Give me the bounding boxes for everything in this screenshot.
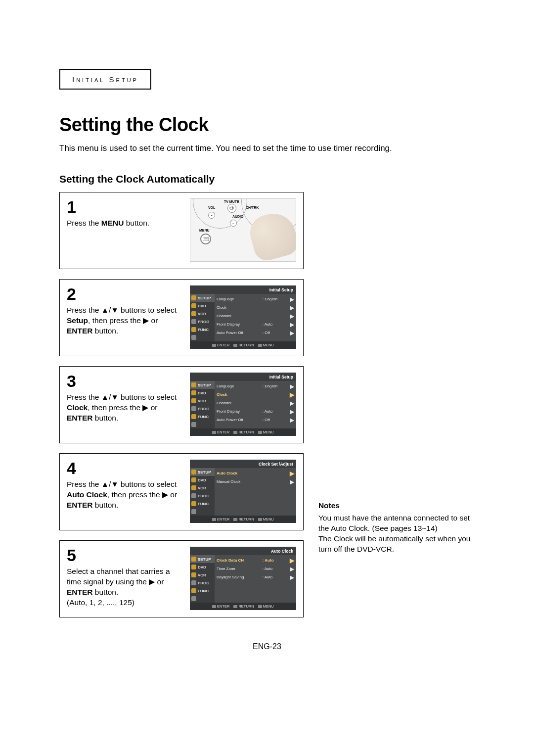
step4-text-c: button. bbox=[93, 501, 119, 509]
func-icon bbox=[191, 327, 196, 332]
subtitle: Setting the Clock Automatically bbox=[59, 173, 475, 185]
audio-minus-button: – bbox=[230, 220, 237, 227]
step-number-1: 1 bbox=[67, 198, 185, 215]
osd2-items: Language: English▶ Clock▶ Channel▶ Front… bbox=[215, 294, 296, 341]
step5-bold-a: ENTER bbox=[67, 588, 93, 596]
step1-text-a: Press the bbox=[67, 219, 101, 227]
step-2: 2 Press the ▲/▼ buttons to select Setup,… bbox=[59, 279, 304, 356]
step3-text-c: button. bbox=[93, 414, 119, 422]
hand-illustration bbox=[241, 209, 296, 258]
step-number-4: 4 bbox=[67, 460, 185, 476]
tape-icon bbox=[191, 311, 196, 316]
step3-text-b: , then press the ▶ or bbox=[88, 403, 157, 412]
osd3-items: Language: English▶ Clock▶ Channel▶ Front… bbox=[215, 381, 296, 428]
menu-button bbox=[200, 234, 211, 244]
menu-icon bbox=[203, 237, 209, 241]
osd-screen-3: Initial Setup SETUP DVD VCR PROG FUNC La… bbox=[190, 373, 296, 436]
step5-text-a: Select a channel that carries a time sig… bbox=[67, 567, 170, 586]
tvmute-label: TV MUTE bbox=[224, 200, 239, 203]
osd-footer-enter: ENTER bbox=[212, 343, 229, 347]
osd-tab-setup: SETUP bbox=[190, 294, 215, 302]
step-1: 1 Press the MENU button. TV MUTE VOL CH/… bbox=[59, 192, 304, 269]
step5-text-b: button. bbox=[93, 588, 119, 596]
osd-tab-prog: PROG bbox=[190, 318, 215, 326]
osd-screen-4: Clock Set /Adjust SETUP DVD VCR PROG FUN… bbox=[190, 460, 296, 523]
step-number-2: 2 bbox=[67, 285, 185, 302]
step5-text-c: (Auto, 1, 2, ...., 125) bbox=[67, 598, 134, 607]
notes-p2: The Clock will be automatically set when… bbox=[318, 534, 475, 555]
step-4: 4 Press the ▲/▼ buttons to select Auto C… bbox=[59, 453, 304, 530]
step4-bold-b: ENTER bbox=[67, 501, 93, 509]
osd-footer-return: RETURN bbox=[233, 343, 254, 347]
step-number-3: 3 bbox=[67, 373, 185, 389]
osd4-title: Clock Set /Adjust bbox=[190, 461, 296, 468]
osd3-title: Initial Setup bbox=[190, 374, 296, 381]
steps-column: 1 Press the MENU button. TV MUTE VOL CH/… bbox=[59, 192, 304, 627]
notes-column: Notes You must have the antenna connecte… bbox=[318, 192, 475, 555]
disc-icon bbox=[191, 303, 196, 308]
menu-label: MENU bbox=[199, 229, 210, 232]
gear-icon bbox=[191, 295, 196, 300]
step1-text-b: button. bbox=[124, 219, 149, 227]
step-3: 3 Press the ▲/▼ buttons to select Clock,… bbox=[59, 366, 304, 443]
osd4-items: Auto Clock▶ Manual Clock▶ bbox=[215, 468, 296, 516]
vol-up-button: + bbox=[208, 212, 215, 219]
step4-text-a: Press the ▲/▼ buttons to select bbox=[67, 480, 177, 488]
step2-text-b: , then press the ▶ or bbox=[88, 316, 158, 325]
osd5-items: Clock Data CH: Auto▶ Time Zone: Auto▶ Da… bbox=[215, 555, 296, 603]
osd-tab-extra bbox=[190, 333, 215, 341]
osd2-title: Initial Setup bbox=[190, 287, 296, 294]
step4-bold-a: Auto Clock bbox=[67, 490, 107, 499]
notes-p1: You must have the antenna connected to s… bbox=[318, 513, 475, 534]
osd5-title: Auto Clock bbox=[190, 548, 296, 555]
osd-tab-dvd: DVD bbox=[190, 302, 215, 310]
step2-bold-a: Setup bbox=[67, 316, 88, 325]
step-5: 5 Select a channel that carries a time s… bbox=[59, 540, 304, 617]
mute-icon bbox=[229, 206, 234, 211]
step-number-5: 5 bbox=[67, 547, 185, 564]
page-title: Setting the Clock bbox=[59, 114, 475, 136]
mute-button bbox=[227, 204, 236, 213]
osd-screen-5: Auto Clock SETUP DVD VCR PROG FUNC Clock… bbox=[190, 547, 296, 610]
osd-tab-func: FUNC bbox=[190, 326, 215, 333]
extra-icon bbox=[191, 335, 196, 340]
vol-label: VOL bbox=[208, 206, 215, 209]
remote-illustration: TV MUTE VOL CH/TRK AUDIO + – MENU bbox=[190, 198, 296, 262]
step3-text-a: Press the ▲/▼ buttons to select bbox=[67, 393, 177, 401]
notes-heading: Notes bbox=[318, 501, 475, 511]
step4-text-b: , then press the ▶ or bbox=[107, 490, 177, 499]
breadcrumb: Initial Setup bbox=[59, 69, 151, 90]
step2-text-c: button. bbox=[93, 327, 119, 335]
osd-footer-menu: MENU bbox=[258, 343, 274, 347]
step2-bold-b: ENTER bbox=[67, 327, 93, 335]
page-number: ENG-23 bbox=[59, 642, 475, 651]
intro-text: This menu is used to set the current tim… bbox=[59, 143, 475, 153]
step1-bold-a: MENU bbox=[101, 219, 124, 227]
step3-bold-b: ENTER bbox=[67, 414, 93, 422]
osd-screen-2: Initial Setup SETUP DVD VCR PROG FUNC La… bbox=[190, 285, 296, 349]
clock-icon bbox=[191, 319, 196, 324]
osd-tab-vcr: VCR bbox=[190, 310, 215, 318]
step2-text-a: Press the ▲/▼ buttons to select bbox=[67, 306, 177, 314]
step3-bold-a: Clock bbox=[67, 403, 88, 412]
